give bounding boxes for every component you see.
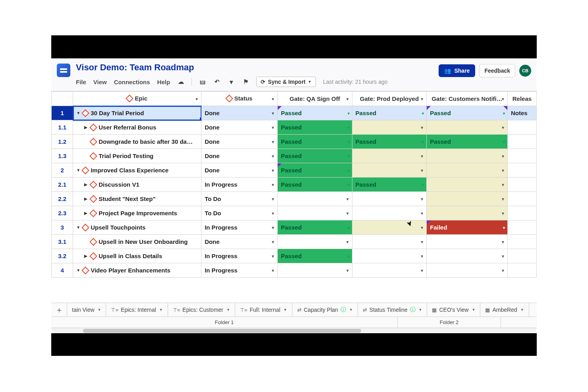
- flag-icon[interactable]: ⚑: [242, 78, 249, 85]
- expand-caret[interactable]: ▶: [84, 211, 88, 215]
- release-cell[interactable]: [507, 249, 536, 263]
- add-tab-button[interactable]: ＋: [51, 303, 67, 317]
- expand-caret[interactable]: ▶: [84, 182, 88, 187]
- row-3.2[interactable]: 3.2▶Upsell in Class DetailsIn Progress▼P…: [52, 249, 537, 263]
- col-epic[interactable]: Epic ▼: [73, 92, 201, 106]
- status-cell[interactable]: Done▼: [201, 120, 278, 135]
- epic-cell[interactable]: ▼Video Player Enhancements: [73, 263, 201, 278]
- gate-cust[interactable]: ▼: [427, 263, 508, 278]
- gate-qa[interactable]: Passed▾: [277, 106, 352, 120]
- epic-cell[interactable]: ▶Student "Next Step": [73, 192, 201, 206]
- status-cell[interactable]: Done▼: [201, 149, 278, 163]
- col-status[interactable]: Status ▼: [201, 92, 278, 106]
- gate-prod[interactable]: ▼: [352, 235, 427, 249]
- row-number[interactable]: 2: [52, 163, 73, 178]
- tab-epics-customer[interactable]: ⊤=Epics: Customer▼: [168, 303, 235, 317]
- row-4[interactable]: 4▼Video Player EnhancementsIn Progress▼▼…: [52, 263, 537, 278]
- expand-caret[interactable]: ▼: [76, 268, 80, 272]
- col-release[interactable]: Releas: [507, 92, 536, 106]
- row-number[interactable]: 3: [52, 220, 73, 235]
- gate-cust[interactable]: ▼: [427, 120, 508, 135]
- gate-prod[interactable]: ▼: [352, 206, 427, 220]
- gate-qa[interactable]: Passed▾: [277, 135, 352, 149]
- tab-ceo-s-view[interactable]: ▦CEO's View▼: [427, 303, 480, 317]
- expand-caret[interactable]: ▼: [76, 111, 80, 115]
- gate-prod[interactable]: ▼: [352, 220, 427, 235]
- gate-prod[interactable]: ▼: [352, 192, 427, 206]
- expand-caret[interactable]: ▼: [76, 225, 80, 230]
- gate-prod[interactable]: Passed▾: [352, 135, 427, 149]
- horizontal-scrollbar[interactable]: [51, 328, 537, 333]
- epic-cell[interactable]: ▶Project Page Improvements: [73, 206, 201, 220]
- epic-cell[interactable]: ▶Upsell in Class Details: [73, 249, 201, 263]
- epic-cell[interactable]: ▶User Referral Bonus: [73, 120, 201, 135]
- avatar[interactable]: CB: [519, 65, 531, 77]
- sync-import-button[interactable]: ⟳ Sync & Import ▼: [256, 77, 316, 87]
- gate-cust[interactable]: ▼: [427, 192, 508, 206]
- gate-qa[interactable]: Passed▾: [277, 149, 352, 163]
- release-cell[interactable]: [507, 263, 536, 278]
- row-number[interactable]: 1.2: [52, 135, 73, 149]
- epic-cell[interactable]: Upsell in New User Onboarding: [73, 235, 201, 249]
- gate-cust[interactable]: Failed▾: [427, 220, 508, 235]
- gate-cust[interactable]: ▼: [427, 235, 508, 249]
- status-cell[interactable]: In Progress▼: [201, 249, 278, 263]
- gate-cust[interactable]: ▼: [427, 206, 508, 220]
- row-number[interactable]: 1.3: [52, 149, 73, 163]
- tab-status-timeline[interactable]: ⇄Status Timeline ⓘ▼: [358, 303, 427, 317]
- menu-help[interactable]: Help: [157, 79, 170, 85]
- row-number[interactable]: 3.2: [52, 249, 73, 263]
- tab-epics-internal[interactable]: ⊤=Epics: Internal▼: [106, 303, 168, 317]
- tab-full-internal[interactable]: ⊤=Full: Internal▼: [235, 303, 292, 317]
- gate-qa[interactable]: ▼: [277, 235, 352, 249]
- row-number[interactable]: 1: [52, 106, 73, 120]
- tab-capacity-plan[interactable]: ⇄Capacity Plan ⓘ▼: [292, 303, 358, 317]
- status-cell[interactable]: To Do▼: [201, 192, 278, 206]
- cloud-icon[interactable]: ☁: [177, 78, 184, 85]
- release-cell[interactable]: [507, 220, 536, 235]
- undo-icon[interactable]: ↶: [213, 78, 220, 85]
- epic-cell[interactable]: ▼30 Day Trial Period: [73, 106, 201, 120]
- gate-cust[interactable]: ▼: [427, 178, 508, 192]
- row-2.1[interactable]: 2.1▶Discussion V1In Progress▼Passed▾Pass…: [52, 178, 537, 192]
- menu-connections[interactable]: Connections: [114, 79, 150, 85]
- row-number[interactable]: 2.3: [52, 206, 73, 220]
- feedback-button[interactable]: Feedback: [479, 64, 515, 77]
- release-cell[interactable]: [507, 178, 536, 192]
- col-gate-qa[interactable]: Gate: QA Sign Off▼: [277, 92, 352, 106]
- gate-qa[interactable]: ▼: [277, 192, 352, 206]
- gate-cust[interactable]: ▼: [427, 149, 508, 163]
- gate-cust[interactable]: Passed▾: [427, 135, 508, 149]
- row-2.3[interactable]: 2.3▶Project Page ImprovementsTo Do▼▼▼▼: [52, 206, 537, 220]
- gate-prod[interactable]: ▼: [352, 149, 427, 163]
- spreadsheet-grid[interactable]: Epic ▼ Status ▼ Gate: QA Sign Off▼: [51, 91, 537, 303]
- gate-qa[interactable]: Passed▾: [277, 249, 352, 263]
- app-logo[interactable]: [57, 64, 70, 77]
- gate-qa[interactable]: ▼: [277, 263, 352, 278]
- row-number[interactable]: 2.2: [52, 192, 73, 206]
- col-gate-prod[interactable]: Gate: Prod Deployed▼: [352, 92, 427, 106]
- epic-cell[interactable]: Downgrade to basic after 30 da…: [73, 135, 201, 149]
- expand-caret[interactable]: ▶: [84, 125, 88, 129]
- expand-caret[interactable]: ▶: [84, 197, 88, 201]
- expand-caret[interactable]: ▼: [76, 168, 80, 172]
- gate-qa[interactable]: ▼: [277, 206, 352, 220]
- release-cell[interactable]: [507, 206, 536, 220]
- release-cell[interactable]: [507, 120, 536, 135]
- release-cell[interactable]: [507, 192, 536, 206]
- release-cell[interactable]: [507, 135, 536, 149]
- filter-icon[interactable]: ▼: [228, 78, 235, 85]
- row-number[interactable]: 1.1: [52, 120, 73, 135]
- status-cell[interactable]: In Progress▼: [201, 220, 278, 235]
- status-cell[interactable]: To Do▼: [201, 206, 278, 220]
- gate-cust[interactable]: Passed▾: [427, 106, 508, 120]
- gate-qa[interactable]: Passed▾: [277, 120, 352, 135]
- row-number[interactable]: 3.1: [52, 235, 73, 249]
- release-cell[interactable]: [507, 163, 536, 178]
- row-number[interactable]: 2.1: [52, 178, 73, 192]
- gate-qa[interactable]: Passed▾: [277, 220, 352, 235]
- release-cell[interactable]: [507, 235, 536, 249]
- row-1[interactable]: 1▼30 Day Trial PeriodDone▼Passed▾Passed▾…: [52, 106, 537, 120]
- gate-prod[interactable]: Passed▾: [352, 106, 427, 120]
- scrollbar-thumb[interactable]: [83, 329, 361, 333]
